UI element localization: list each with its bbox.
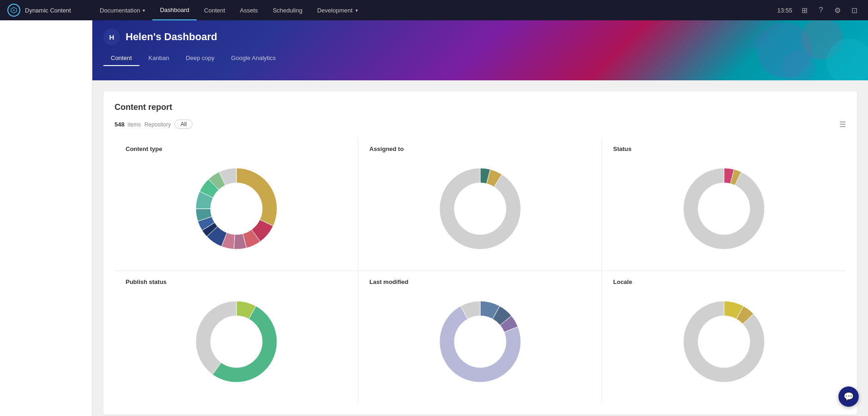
tab-content[interactable]: Content bbox=[103, 51, 139, 66]
content-report-card: Content report 548 items Repository All … bbox=[103, 91, 857, 415]
chevron-down-icon: ▾ bbox=[143, 8, 145, 13]
nav-right-controls: 13:55 ⊞ ? ⚙ ⊡ bbox=[770, 4, 868, 17]
items-count: 548 items Repository bbox=[115, 121, 171, 128]
chart-container-2 bbox=[613, 158, 835, 259]
chat-button[interactable]: 💬 bbox=[838, 386, 859, 407]
chart-container-0 bbox=[126, 158, 347, 259]
nav-items-group: Documentation ▾ Dashboard Content Assets… bbox=[92, 0, 770, 20]
expand-button[interactable]: ⊞ bbox=[798, 4, 811, 17]
chart-cell-0: Content type bbox=[115, 138, 358, 271]
hero-user-row: H Helen's Dashboard bbox=[92, 20, 868, 51]
chart-title-3: Publish status bbox=[126, 278, 347, 285]
svg-point-0 bbox=[13, 9, 15, 11]
donut-chart-0 bbox=[195, 167, 278, 250]
tab-kanban[interactable]: Kanban bbox=[141, 51, 177, 66]
sidebar bbox=[0, 20, 92, 416]
nav-item-assets[interactable]: Assets bbox=[233, 0, 265, 20]
tab-google-analytics[interactable]: Google Analytics bbox=[224, 51, 283, 66]
chart-cell-4: Last modified bbox=[358, 271, 602, 404]
chart-title-4: Last modified bbox=[369, 278, 591, 285]
chart-container-3 bbox=[126, 291, 347, 392]
hero-tabs: Content Kanban Deep copy Google Analytic… bbox=[92, 51, 868, 66]
chart-container-1 bbox=[369, 158, 591, 259]
top-navigation: Dynamic Content Documentation ▾ Dashboar… bbox=[0, 0, 868, 20]
hero-banner: H Helen's Dashboard Content Kanban Deep … bbox=[0, 20, 868, 80]
filter-all-button[interactable]: All bbox=[175, 120, 193, 129]
avatar: H bbox=[103, 29, 120, 45]
clock-display: 13:55 bbox=[777, 7, 792, 14]
chart-title-2: Status bbox=[613, 145, 835, 152]
chart-title-5: Locale bbox=[613, 278, 835, 285]
donut-chart-4 bbox=[439, 300, 522, 383]
nav-item-content[interactable]: Content bbox=[197, 0, 233, 20]
settings-button[interactable]: ⚙ bbox=[831, 4, 844, 17]
chart-container-5 bbox=[613, 291, 835, 392]
donut-chart-5 bbox=[682, 300, 766, 383]
app-name: Dynamic Content bbox=[25, 7, 71, 14]
nav-item-dashboard[interactable]: Dashboard bbox=[152, 0, 197, 20]
nav-item-development[interactable]: Development ▾ bbox=[310, 0, 365, 20]
chart-cell-5: Locale bbox=[602, 271, 846, 404]
chart-title-1: Assigned to bbox=[369, 145, 591, 152]
nav-item-scheduling[interactable]: Scheduling bbox=[265, 0, 310, 20]
content-report-title: Content report bbox=[115, 102, 846, 112]
app-logo[interactable]: Dynamic Content bbox=[0, 0, 92, 20]
dashboard-title: Helen's Dashboard bbox=[126, 31, 217, 43]
chart-title-0: Content type bbox=[126, 145, 347, 152]
chart-cell-2: Status bbox=[602, 138, 846, 271]
chevron-down-icon: ▾ bbox=[356, 8, 358, 13]
donut-chart-1 bbox=[439, 167, 522, 250]
chart-cell-3: Publish status bbox=[115, 271, 358, 404]
chart-container-4 bbox=[369, 291, 591, 392]
tab-deep-copy[interactable]: Deep copy bbox=[178, 51, 222, 66]
chart-cell-1: Assigned to bbox=[358, 138, 602, 271]
window-controls[interactable]: ⊡ bbox=[848, 4, 861, 17]
filter-row: 548 items Repository All ☰ bbox=[115, 120, 846, 129]
logo-icon bbox=[7, 4, 20, 17]
main-content: Content report 548 items Repository All … bbox=[92, 80, 868, 416]
filter-icon[interactable]: ☰ bbox=[839, 120, 846, 129]
donut-chart-2 bbox=[682, 167, 766, 250]
donut-chart-3 bbox=[195, 300, 278, 383]
charts-grid: Content type Assigned to Status Publish … bbox=[115, 138, 846, 404]
help-button[interactable]: ? bbox=[814, 4, 827, 17]
nav-item-documentation[interactable]: Documentation ▾ bbox=[92, 0, 152, 20]
